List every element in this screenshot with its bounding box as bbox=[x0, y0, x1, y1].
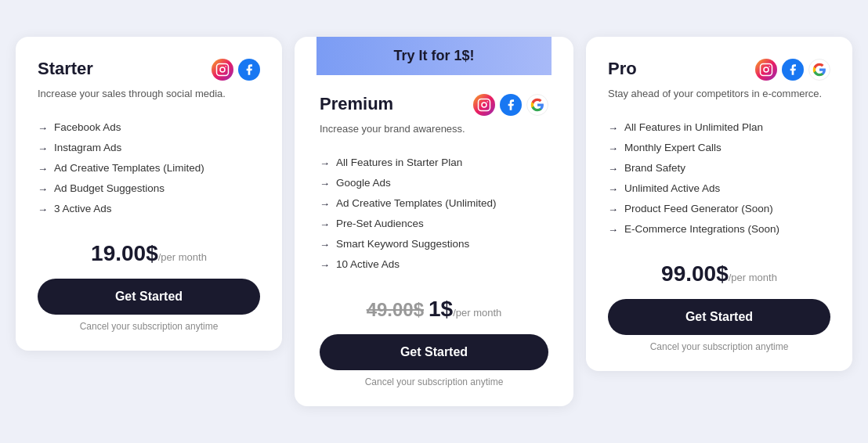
arrow-icon: → bbox=[320, 178, 330, 189]
pro-subtitle: Stay ahead of your competitors in e-comm… bbox=[608, 87, 830, 101]
premium-content: Premium bbox=[316, 94, 552, 387]
starter-cancel-text: Cancel your subscription anytime bbox=[38, 321, 260, 332]
premium-card: Try It for 1$! Premium bbox=[295, 37, 573, 405]
premium-cancel-text: Cancel your subscription anytime bbox=[320, 376, 548, 387]
pro-social-icons bbox=[755, 59, 830, 81]
list-item: →Ad Budget Suggestions bbox=[38, 178, 260, 199]
arrow-icon: → bbox=[320, 157, 330, 169]
arrow-icon: → bbox=[320, 198, 330, 210]
premium-google-icon bbox=[526, 94, 548, 116]
list-item: →Facebook Ads bbox=[38, 117, 260, 138]
premium-social-icons bbox=[473, 94, 548, 116]
premium-banner: Try It for 1$! bbox=[316, 37, 552, 75]
pro-cta-button[interactable]: Get Started bbox=[608, 299, 830, 335]
pro-title: Pro bbox=[608, 59, 637, 79]
pro-facebook-icon bbox=[782, 59, 804, 81]
pro-card: Pro bbox=[586, 37, 852, 370]
facebook-icon bbox=[238, 59, 260, 81]
premium-pricing: 49.00$1$/per month bbox=[320, 297, 548, 322]
arrow-icon: → bbox=[320, 259, 330, 271]
list-item: →Google Ads bbox=[320, 173, 548, 193]
arrow-icon: → bbox=[38, 122, 48, 134]
starter-price-period: /per month bbox=[158, 251, 207, 263]
list-item: →Smart Keyword Suggestions bbox=[320, 234, 548, 254]
svg-rect-0 bbox=[217, 64, 229, 76]
premium-promo-price: 1$ bbox=[429, 297, 453, 321]
starter-header: Starter bbox=[38, 59, 260, 81]
svg-point-5 bbox=[486, 102, 488, 103]
svg-point-2 bbox=[225, 67, 226, 68]
arrow-icon: → bbox=[608, 142, 618, 154]
arrow-icon: → bbox=[38, 163, 48, 175]
premium-instagram-icon bbox=[473, 94, 495, 116]
arrow-icon: → bbox=[608, 203, 618, 215]
svg-rect-6 bbox=[761, 64, 772, 76]
starter-title: Starter bbox=[38, 59, 93, 79]
starter-cta-button[interactable]: Get Started bbox=[38, 279, 260, 315]
arrow-icon: → bbox=[38, 203, 48, 215]
premium-cta-button[interactable]: Get Started bbox=[320, 334, 548, 370]
premium-title: Premium bbox=[320, 94, 393, 114]
instagram-icon bbox=[212, 59, 233, 81]
starter-subtitle: Increase your sales through social media… bbox=[38, 87, 260, 101]
arrow-icon: → bbox=[608, 183, 618, 195]
arrow-icon: → bbox=[320, 218, 330, 230]
premium-price-period: /per month bbox=[453, 307, 501, 319]
arrow-icon: → bbox=[608, 163, 618, 175]
premium-header: Premium bbox=[320, 94, 548, 116]
plans-container: Starter Increase your sales through soci… bbox=[16, 37, 852, 405]
list-item: →Unlimited Active Ads bbox=[608, 178, 830, 199]
list-item: →Product Feed Generator (Soon) bbox=[608, 199, 830, 219]
list-item: →All Features in Unlimited Plan bbox=[608, 117, 830, 138]
svg-point-7 bbox=[764, 67, 769, 72]
svg-point-4 bbox=[482, 103, 486, 107]
pro-pricing: 99.00$/per month bbox=[608, 261, 830, 286]
pro-google-icon bbox=[808, 59, 830, 81]
starter-price: 19.00$ bbox=[91, 241, 158, 265]
arrow-icon: → bbox=[38, 183, 48, 195]
list-item: →Ad Creative Templates (Limited) bbox=[38, 158, 260, 178]
list-item: →Monthly Expert Calls bbox=[608, 138, 830, 158]
arrow-icon: → bbox=[608, 122, 618, 134]
starter-pricing: 19.00$/per month bbox=[38, 241, 260, 266]
list-item: →Brand Safety bbox=[608, 158, 830, 178]
pro-price-period: /per month bbox=[729, 272, 777, 283]
starter-social-icons bbox=[212, 59, 260, 81]
pro-instagram-icon bbox=[755, 59, 777, 81]
arrow-icon: → bbox=[38, 142, 48, 154]
starter-card: Starter Increase your sales through soci… bbox=[16, 37, 282, 350]
pro-cancel-text: Cancel your subscription anytime bbox=[608, 341, 830, 352]
pro-features: →All Features in Unlimited Plan→Monthly … bbox=[608, 117, 830, 240]
list-item: →Ad Creative Templates (Unlimited) bbox=[320, 193, 548, 214]
premium-original-price: 49.00$ bbox=[367, 299, 424, 320]
svg-rect-3 bbox=[479, 99, 490, 111]
arrow-icon: → bbox=[320, 239, 330, 250]
premium-facebook-icon bbox=[500, 94, 522, 116]
list-item: →10 Active Ads bbox=[320, 254, 548, 275]
svg-point-8 bbox=[769, 67, 770, 68]
list-item: →Instagram Ads bbox=[38, 138, 260, 158]
premium-subtitle: Increase your brand awareness. bbox=[320, 122, 548, 136]
arrow-icon: → bbox=[608, 224, 618, 236]
list-item: →All Features in Starter Plan bbox=[320, 153, 548, 173]
list-item: →3 Active Ads bbox=[38, 199, 260, 219]
starter-features: →Facebook Ads→Instagram Ads→Ad Creative … bbox=[38, 117, 260, 219]
pro-price: 99.00$ bbox=[661, 261, 729, 286]
pro-header: Pro bbox=[608, 59, 830, 81]
svg-point-1 bbox=[220, 67, 225, 72]
list-item: →Pre-Set Audiences bbox=[320, 214, 548, 234]
premium-features: →All Features in Starter Plan→Google Ads… bbox=[320, 153, 548, 275]
list-item: →E-Commerce Integrations (Soon) bbox=[608, 219, 830, 240]
